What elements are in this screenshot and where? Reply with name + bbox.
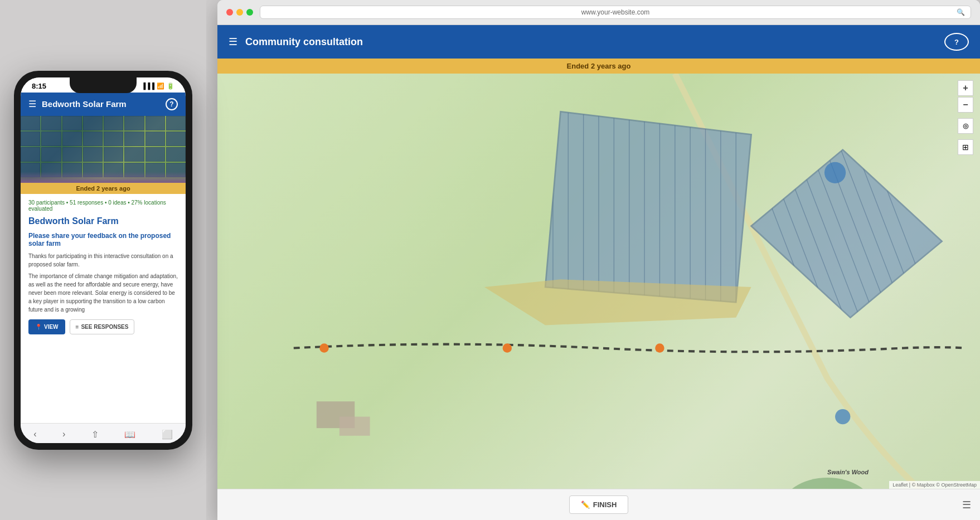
phone-app-title: Bedworth Solar Farm — [42, 99, 160, 109]
see-responses-button[interactable]: ≡ SEE RESPONSES — [70, 319, 135, 334]
menu-icon[interactable]: ☰ — [962, 499, 971, 511]
zoom-out-button[interactable]: − — [958, 97, 973, 113]
browser-window: www.your-website.com 🔍 ☰ Community consu… — [217, 0, 980, 520]
phone-mockup: 8:15 ▐▐▐ 📶 🔋 ☰ Bedworth Solar Farm ? — [0, 0, 206, 520]
phone-screen: 8:15 ▐▐▐ 📶 🔋 ☰ Bedworth Solar Farm ? — [21, 77, 186, 443]
svg-point-30 — [503, 343, 512, 352]
ended-banner: Ended 2 years ago — [217, 59, 980, 74]
close-window-button[interactable] — [226, 9, 233, 16]
svg-point-32 — [824, 162, 846, 183]
phone-stats: 30 participants • 51 responses • 0 ideas… — [28, 200, 178, 212]
signal-icon: ▐▐▐ — [142, 82, 154, 89]
phone-device: 8:15 ▐▐▐ 📶 🔋 ☰ Bedworth Solar Farm ? — [14, 71, 192, 450]
hamburger-icon[interactable]: ☰ — [229, 36, 237, 48]
list-icon: ≡ — [76, 324, 79, 330]
phone-notch — [70, 77, 137, 93]
map-controls: + − ◎ ⊞ — [958, 80, 973, 155]
map-attribution: Leaflet | © Mapbox © OpenStreetMap — [889, 481, 980, 489]
svg-point-31 — [655, 343, 664, 352]
forward-button[interactable]: › — [58, 428, 70, 441]
app-header: ☰ Community consultation ? — [217, 25, 980, 59]
phone-help-button[interactable]: ? — [166, 98, 178, 110]
phone-app-header: ☰ Bedworth Solar Farm ? — [21, 93, 186, 116]
back-button[interactable]: ‹ — [29, 428, 41, 441]
wifi-icon: 📶 — [157, 82, 164, 90]
svg-rect-36 — [339, 417, 370, 436]
address-bar[interactable]: www.your-website.com 🔍 — [260, 6, 971, 19]
bookmarks-button[interactable]: 📖 — [120, 428, 140, 441]
layers-button[interactable]: ⊞ — [958, 139, 973, 155]
browser-chrome: www.your-website.com 🔍 — [217, 0, 980, 25]
maximize-window-button[interactable] — [246, 9, 253, 16]
pencil-icon: ✏️ — [581, 500, 590, 509]
phone-cta-title: Please share your feedback on the propos… — [28, 232, 178, 247]
bottom-bar: ✏️ FINISH ☰ — [217, 489, 980, 520]
view-button[interactable]: 📍 VIEW — [28, 319, 65, 334]
phone-farm-title: Bedworth Solar Farm — [28, 216, 178, 226]
svg-point-29 — [319, 343, 328, 352]
phone-hero-bg — [21, 116, 186, 194]
svg-point-33 — [835, 409, 850, 424]
phone-hero-image: Ended 2 years ago — [21, 116, 186, 194]
phone-desc-1: Thanks for participating in this interac… — [28, 252, 178, 269]
finish-button[interactable]: ✏️ FINISH — [569, 495, 629, 514]
svg-marker-1 — [545, 111, 751, 302]
zoom-in-button[interactable]: + — [958, 80, 973, 96]
phone-ended-badge: Ended 2 years ago — [21, 183, 186, 194]
phone-time: 8:15 — [32, 82, 46, 90]
solar-panels-graphic — [21, 116, 186, 177]
search-icon: 🔍 — [957, 8, 965, 16]
location-pin-icon: 📍 — [35, 324, 42, 330]
tabs-button[interactable]: ⬜ — [157, 428, 177, 441]
geolocate-button[interactable]: ◎ — [958, 118, 973, 134]
swains-wood-label: Swain's Wood — [827, 469, 869, 475]
phone-content: 30 participants • 51 responses • 0 ideas… — [21, 194, 186, 423]
phone-buttons: 📍 VIEW ≡ SEE RESPONSES — [28, 319, 178, 334]
main-content: ⤢ EXPAND ✕ LEAVE TOUR 🚶 — [217, 74, 980, 520]
battery-icon: 🔋 — [167, 82, 174, 90]
help-button[interactable]: ? — [944, 33, 969, 51]
app-title: Community consultation — [245, 36, 937, 48]
browser-window-controls — [226, 9, 253, 16]
phone-browser-bar: ‹ › ⇧ 📖 ⬜ — [21, 423, 186, 443]
url-text: www.your-website.com — [581, 8, 650, 16]
share-button[interactable]: ⇧ — [87, 428, 103, 441]
phone-desc-2: The importance of climate change mitigat… — [28, 272, 178, 314]
phone-status-icons: ▐▐▐ 📶 🔋 — [142, 82, 174, 90]
phone-hamburger-icon[interactable]: ☰ — [28, 99, 36, 109]
minimize-window-button[interactable] — [236, 9, 243, 16]
browser-content: ☰ Community consultation ? Ended 2 years… — [217, 25, 980, 520]
map-area[interactable]: Swain's Wood + − ◎ ⊞ Leaflet | © Mapbox … — [217, 74, 980, 520]
map-overlay — [217, 74, 980, 520]
